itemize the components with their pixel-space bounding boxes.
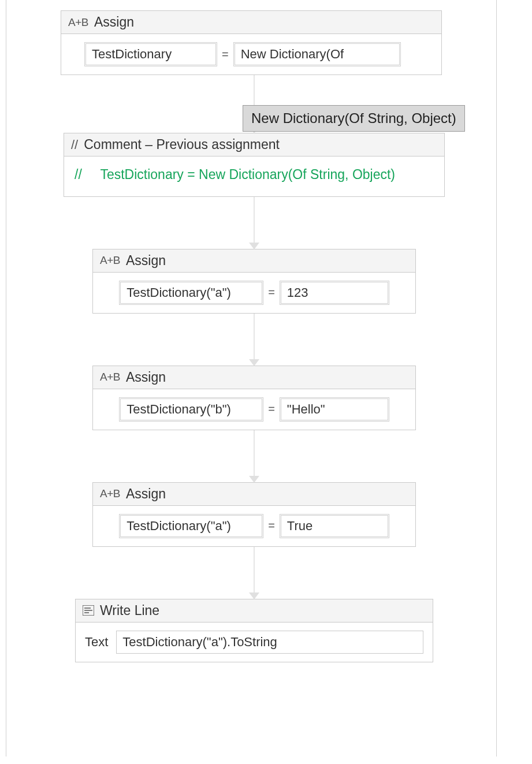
writeline-activity[interactable]: Write Line Text TestDictionary("a").ToSt… xyxy=(75,599,433,662)
activity-body: TestDictionary("a") = True xyxy=(93,506,415,546)
comment-text: TestDictionary = New Dictionary(Of Strin… xyxy=(100,165,430,185)
assign-value-input[interactable]: 123 xyxy=(280,281,389,305)
activity-title: Write Line xyxy=(100,603,159,618)
activity-body: TestDictionary("b") = "Hello" xyxy=(93,389,415,430)
comment-body: // TestDictionary = New Dictionary(Of St… xyxy=(64,156,444,196)
activity-header: Write Line xyxy=(76,599,433,623)
activity-title: Assign xyxy=(126,486,166,502)
activity-header: // Comment – Previous assignment xyxy=(64,133,444,156)
connector xyxy=(254,197,255,249)
connector xyxy=(254,430,255,482)
arrowhead-icon xyxy=(249,359,259,366)
activity-header: A+B Assign xyxy=(93,366,415,389)
text-property-label: Text xyxy=(85,635,108,650)
activity-header: A+B Assign xyxy=(61,11,441,34)
assign-activity-1[interactable]: A+B Assign TestDictionary = New Dictiona… xyxy=(61,10,442,75)
assign-activity-3[interactable]: A+B Assign TestDictionary("b") = "Hello" xyxy=(92,366,416,430)
assign-icon: A+B xyxy=(100,371,120,383)
assign-to-input[interactable]: TestDictionary xyxy=(84,42,217,66)
assign-to-input[interactable]: TestDictionary("b") xyxy=(119,397,263,422)
assign-activity-4[interactable]: A+B Assign TestDictionary("a") = True xyxy=(92,482,416,547)
writeline-text-input[interactable]: TestDictionary("a").ToString xyxy=(116,631,423,654)
arrowhead-icon xyxy=(249,476,259,483)
equals-label: = xyxy=(267,286,276,299)
flow-column: A+B Assign TestDictionary = New Dictiona… xyxy=(6,6,503,662)
assign-value-input[interactable]: "Hello" xyxy=(280,397,389,422)
activity-body: TestDictionary("a") = 123 xyxy=(93,273,415,313)
arrowhead-icon xyxy=(249,592,259,599)
writeline-icon xyxy=(83,605,94,616)
comment-activity[interactable]: // Comment – Previous assignment // Test… xyxy=(64,133,445,197)
assign-icon: A+B xyxy=(100,254,120,267)
assign-to-input[interactable]: TestDictionary("a") xyxy=(119,281,263,305)
assign-to-input[interactable]: TestDictionary("a") xyxy=(119,514,263,538)
activity-body: TestDictionary = New Dictionary(Of xyxy=(61,34,441,74)
activity-header: A+B Assign xyxy=(93,249,415,273)
activity-title: Assign xyxy=(126,253,166,269)
equals-label: = xyxy=(221,48,230,61)
comment-icon: // xyxy=(71,137,78,152)
expression-tooltip: New Dictionary(Of String, Object) xyxy=(243,105,465,132)
connector xyxy=(254,314,255,366)
activity-title: Comment – Previous assignment xyxy=(84,137,280,152)
activity-body: Text TestDictionary("a").ToString xyxy=(76,623,433,662)
workflow-canvas: A+B Assign TestDictionary = New Dictiona… xyxy=(0,0,532,764)
activity-title: Assign xyxy=(126,370,166,385)
assign-icon: A+B xyxy=(100,487,120,500)
comment-slashes: // xyxy=(75,165,96,185)
assign-icon: A+B xyxy=(68,16,88,29)
connector xyxy=(254,547,255,599)
equals-label: = xyxy=(267,403,276,416)
arrowhead-icon xyxy=(249,243,259,249)
assign-value-input[interactable]: New Dictionary(Of xyxy=(233,42,401,66)
activity-header: A+B Assign xyxy=(93,483,415,506)
activity-title: Assign xyxy=(94,14,134,30)
equals-label: = xyxy=(267,519,276,532)
assign-activity-2[interactable]: A+B Assign TestDictionary("a") = 123 xyxy=(92,249,416,314)
assign-value-input[interactable]: True xyxy=(280,514,389,538)
